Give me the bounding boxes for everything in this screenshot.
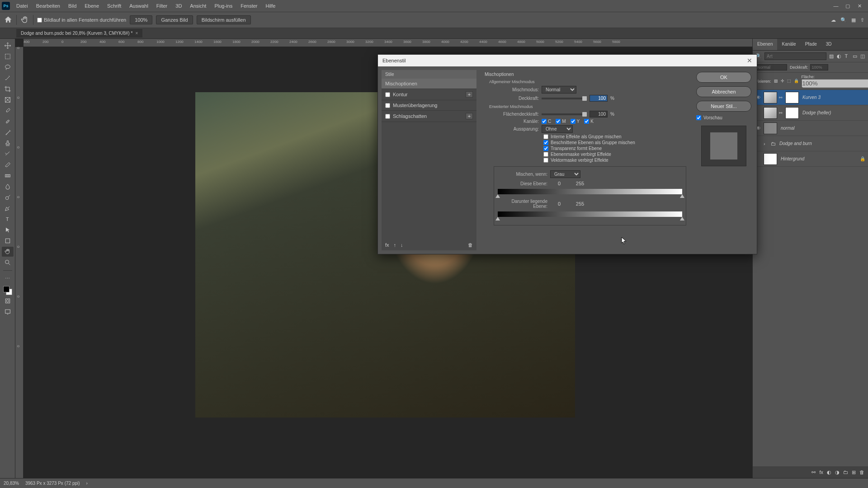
frame-tool[interactable] bbox=[2, 95, 14, 105]
fill-opacity-input[interactable] bbox=[590, 111, 608, 117]
menu-bearbeiten[interactable]: Bearbeiten bbox=[33, 1, 64, 10]
under-black-slider[interactable] bbox=[495, 217, 500, 221]
channel-k[interactable]: K bbox=[584, 119, 594, 124]
marquee-tool[interactable] bbox=[2, 52, 14, 61]
menu-datei[interactable]: Datei bbox=[13, 1, 32, 10]
home-icon[interactable] bbox=[4, 15, 13, 24]
opacity-input[interactable] bbox=[810, 64, 828, 70]
blendif-select[interactable]: Grau bbox=[550, 170, 580, 178]
fill-opacity-slider[interactable] bbox=[542, 113, 587, 115]
blend-mode-select[interactable] bbox=[755, 64, 787, 70]
menu-filter[interactable]: Filter bbox=[153, 1, 171, 10]
fit-screen-button[interactable]: Ganzes Bild bbox=[156, 15, 193, 24]
zoom-tool[interactable] bbox=[2, 258, 14, 267]
ok-button[interactable]: OK bbox=[696, 72, 751, 83]
opt-transparency[interactable] bbox=[543, 146, 548, 151]
fill-input[interactable] bbox=[802, 79, 868, 88]
share-icon[interactable]: ⇧ bbox=[860, 17, 864, 23]
maximize-icon[interactable]: ▢ bbox=[844, 3, 851, 9]
filter-smart-icon[interactable]: ◫ bbox=[860, 53, 865, 60]
move-tool[interactable] bbox=[2, 41, 14, 51]
opt-clipped[interactable] bbox=[543, 140, 548, 145]
blur-tool[interactable] bbox=[2, 182, 14, 192]
link-layers-icon[interactable]: ⚯ bbox=[811, 469, 816, 475]
under-layer-gradient[interactable] bbox=[498, 211, 682, 217]
layer-fx-icon[interactable]: fx bbox=[819, 469, 823, 475]
screenmode-tool[interactable] bbox=[2, 307, 14, 317]
layer-name[interactable]: Dodge and burn bbox=[778, 141, 866, 146]
menu-hilfe[interactable]: Hilfe bbox=[262, 1, 279, 10]
filter-pixel-icon[interactable]: ▨ bbox=[829, 53, 834, 60]
menu-fenster[interactable]: Fenster bbox=[237, 1, 261, 10]
style-schlagschatten[interactable]: Schlagschatten + bbox=[382, 111, 476, 122]
hand-tool[interactable] bbox=[2, 247, 14, 257]
add-schlagschatten-icon[interactable]: + bbox=[466, 113, 473, 119]
pen-tool[interactable] bbox=[2, 203, 14, 213]
lock-pixels-icon[interactable]: ▨ bbox=[774, 79, 778, 84]
quickmask-tool[interactable] bbox=[2, 296, 14, 306]
delete-layer-icon[interactable]: 🗑 bbox=[859, 469, 864, 475]
layer-name[interactable]: Dodge (heller) bbox=[801, 110, 866, 115]
opacity-slider[interactable] bbox=[542, 98, 587, 99]
zoom-100-button[interactable]: 100% bbox=[130, 15, 152, 24]
layer-row[interactable]: 👁⚯Kurven 3 bbox=[753, 90, 868, 105]
preview-checkbox[interactable]: Vorschau bbox=[696, 115, 751, 120]
cloud-icon[interactable]: ☁ bbox=[831, 17, 836, 23]
opt-internal[interactable] bbox=[543, 134, 548, 139]
menu-schrift[interactable]: Schrift bbox=[104, 1, 125, 10]
search-icon[interactable]: 🔍 bbox=[840, 17, 847, 23]
brush-tool[interactable] bbox=[2, 127, 14, 137]
blend-mode-select[interactable]: Normal bbox=[542, 86, 576, 94]
lock-position-icon[interactable]: ✢ bbox=[781, 79, 784, 84]
layer-filter-input[interactable] bbox=[764, 52, 826, 60]
menu-plugins[interactable]: Plug-ins bbox=[211, 1, 236, 10]
fill-screen-button[interactable]: Bildschirm ausfüllen bbox=[197, 15, 251, 24]
dodge-tool[interactable] bbox=[2, 192, 14, 202]
shape-tool[interactable] bbox=[2, 236, 14, 246]
gradient-tool[interactable] bbox=[2, 171, 14, 181]
this-layer-gradient[interactable] bbox=[498, 189, 682, 194]
new-layer-icon[interactable]: ⊞ bbox=[852, 469, 856, 475]
history-brush-tool[interactable] bbox=[2, 149, 14, 159]
under-white-slider[interactable] bbox=[680, 217, 684, 221]
lasso-tool[interactable] bbox=[2, 62, 14, 72]
document-tab[interactable]: Dodge and burn.psdc bei 20,8% (Kurven 3,… bbox=[16, 29, 142, 38]
edit-toolbar[interactable]: ⋯ bbox=[2, 273, 14, 283]
filter-adjust-icon[interactable]: ◐ bbox=[837, 53, 842, 60]
layer-row[interactable]: Hintergrund🔒 bbox=[753, 151, 868, 167]
opacity-input[interactable] bbox=[590, 95, 608, 102]
close-tab-icon[interactable]: × bbox=[135, 31, 138, 36]
hand-tool-icon[interactable] bbox=[20, 15, 29, 24]
layer-row[interactable]: 👁normal bbox=[753, 121, 868, 136]
opt-layermask[interactable] bbox=[543, 152, 548, 157]
filter-type-icon[interactable]: T bbox=[844, 53, 849, 60]
crop-tool[interactable] bbox=[2, 84, 14, 94]
menu-ebene[interactable]: Ebene bbox=[81, 1, 103, 10]
add-kontur-icon[interactable]: + bbox=[466, 91, 473, 98]
style-muster[interactable]: Musterüberlagerung bbox=[382, 100, 476, 111]
wand-tool[interactable] bbox=[2, 73, 14, 83]
menu-auswahl[interactable]: Auswahl bbox=[126, 1, 152, 10]
menu-3d[interactable]: 3D bbox=[172, 1, 185, 10]
tab-3d[interactable]: 3D bbox=[821, 39, 836, 50]
status-zoom[interactable]: 20,83% bbox=[4, 481, 19, 486]
layer-group-icon[interactable]: 🗀 bbox=[843, 469, 848, 475]
move-up-icon[interactable]: ↑ bbox=[394, 242, 396, 248]
delete-style-icon[interactable]: 🗑 bbox=[468, 242, 473, 248]
channel-m[interactable]: M bbox=[556, 119, 566, 124]
layer-row[interactable]: ⚯Dodge (heller) bbox=[753, 105, 868, 121]
minimize-icon[interactable]: — bbox=[833, 3, 839, 9]
eraser-tool[interactable] bbox=[2, 160, 14, 170]
adjustment-layer-icon[interactable]: ◑ bbox=[835, 469, 840, 475]
menu-bild[interactable]: Bild bbox=[65, 1, 80, 10]
path-select-tool[interactable] bbox=[2, 225, 14, 235]
scroll-all-checkbox[interactable]: Bildlauf in allen Fenstern durchführen bbox=[37, 17, 126, 23]
cancel-button[interactable]: Abbrechen bbox=[696, 86, 751, 97]
layer-row[interactable]: ›🗀Dodge and burn bbox=[753, 136, 868, 151]
move-down-icon[interactable]: ↓ bbox=[401, 242, 403, 248]
style-kontur[interactable]: Kontur + bbox=[382, 89, 476, 100]
layer-name[interactable]: Kurven 3 bbox=[801, 95, 866, 100]
this-black-slider[interactable] bbox=[495, 194, 500, 198]
close-icon[interactable]: ✕ bbox=[856, 3, 863, 9]
status-arrow-icon[interactable]: › bbox=[86, 481, 88, 486]
